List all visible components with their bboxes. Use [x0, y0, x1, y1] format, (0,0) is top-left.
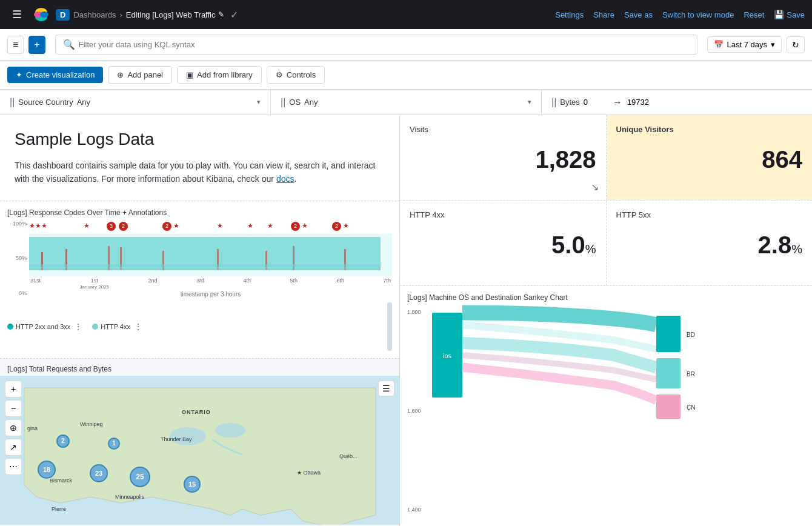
- search-icon: 🔍: [63, 39, 75, 50]
- legend-label-4xx: HTTP 4xx: [101, 323, 130, 330]
- dashboards-link[interactable]: Dashboards: [73, 10, 116, 19]
- top-nav: ☰ D Dashboards › Editing [Logs] Web Traf…: [0, 0, 812, 29]
- crosshair-button[interactable]: ⊕: [5, 419, 22, 436]
- visualization-icon: ✦: [16, 70, 22, 79]
- source-country-filter[interactable]: || Source Country Any ▾: [0, 90, 271, 115]
- time-range-button[interactable]: 📅 Last 7 days ▾: [707, 36, 782, 53]
- create-visualization-button[interactable]: ✦ Create visualization: [7, 67, 103, 83]
- add-panel-icon: ⊕: [117, 70, 124, 79]
- share-button[interactable]: Share: [593, 10, 614, 19]
- bytes-label: Bytes: [560, 98, 580, 107]
- map-label-minneapolis: Minneapolis: [115, 494, 144, 500]
- http5xx-title: HTTP 5xx: [616, 210, 803, 219]
- main-content: Sample Logs Data This dashboard contains…: [0, 115, 812, 526]
- annotation-star-3: ★: [173, 222, 179, 230]
- svg-text:ios: ios: [443, 352, 452, 359]
- bytes-filter[interactable]: || Bytes →: [542, 90, 812, 115]
- chevron-down-icon: ▾: [771, 40, 775, 49]
- filter-pipe-icon-3: ||: [551, 97, 556, 108]
- map-label-gina: gina: [27, 425, 38, 431]
- legend-more-2xx[interactable]: ⋮: [74, 322, 82, 331]
- legend-http4xx: HTTP 4xx ⋮: [92, 322, 142, 331]
- legend-dot-2xx: [7, 324, 13, 330]
- bytes-min-input[interactable]: [584, 98, 608, 107]
- http4xx-value: 5.0%: [410, 231, 596, 259]
- svg-rect-26: [656, 394, 681, 419]
- map-card: [Logs] Total Requests and Bytes + −: [0, 359, 399, 526]
- os-value: Any: [304, 98, 318, 107]
- toolbar: ≡ + 🔍 📅 Last 7 days ▾ ↻: [0, 29, 812, 61]
- controls-button[interactable]: ⚙ Controls: [267, 66, 325, 84]
- map-label-winnipeg: Winnipeg: [80, 421, 103, 427]
- link-button[interactable]: ↗: [5, 439, 22, 456]
- x-label-5th: 5th: [290, 278, 298, 290]
- docs-link[interactable]: docs: [276, 174, 295, 184]
- map-label-quebec: Québ...: [339, 453, 358, 459]
- chevron-down-icon: ▾: [257, 98, 261, 106]
- sidebar-toggle-button[interactable]: ≡: [7, 36, 24, 54]
- edit-icon[interactable]: ✎: [218, 10, 224, 19]
- add-panel-button[interactable]: ⊕ Add panel: [108, 66, 172, 84]
- sankey-y-axis: 1,800 1,600 1,400: [407, 307, 421, 515]
- elastic-logo: [32, 5, 51, 24]
- settings-button[interactable]: Settings: [555, 10, 584, 19]
- x-label-6th: 6th: [336, 278, 344, 290]
- map-label-pierre: Pierre: [52, 506, 66, 512]
- zoom-out-button[interactable]: −: [5, 400, 22, 417]
- annotation-star-2: ★: [84, 222, 90, 230]
- http5xx-card: HTTP 5xx 2.8%: [607, 201, 813, 285]
- confirm-icon[interactable]: ✓: [230, 9, 238, 21]
- x-label-4th: 4th: [243, 278, 251, 290]
- filter-pipe-icon: ||: [10, 97, 15, 108]
- save-icon: 💾: [774, 10, 784, 19]
- unique-visitors-title: Unique Visitors: [616, 125, 803, 134]
- d-badge: D: [56, 9, 70, 21]
- chart-scrollbar[interactable]: [387, 302, 392, 351]
- sankey-svg: ios BD BR: [426, 307, 805, 515]
- annotation-star-6: ★: [267, 222, 273, 230]
- source-country-label: Source Country: [18, 98, 73, 107]
- switch-mode-button[interactable]: Switch to view mode: [662, 10, 734, 19]
- annotation-dot-2c: 2: [291, 222, 300, 231]
- save-button[interactable]: 💾 Save: [774, 10, 805, 19]
- refresh-button[interactable]: ↻: [787, 36, 805, 53]
- os-filter[interactable]: || OS Any ▾: [271, 90, 542, 115]
- os-label: OS: [289, 98, 301, 107]
- annotation-star-1: ★★★: [29, 222, 47, 230]
- sample-description: This dashboard contains sample data for …: [15, 159, 385, 186]
- reset-button[interactable]: Reset: [744, 10, 764, 19]
- map-cluster-25[interactable]: 25: [130, 467, 150, 487]
- x-label-3rd: 3rd: [196, 278, 204, 290]
- annotation-star-8: ★: [343, 222, 349, 230]
- kql-input[interactable]: [79, 40, 690, 49]
- y-label-0: 0%: [19, 290, 27, 296]
- zoom-in-button[interactable]: +: [5, 381, 22, 398]
- response-codes-chart: [Logs] Response Codes Over Time + Annota…: [0, 201, 399, 359]
- add-filter-button[interactable]: +: [28, 36, 45, 54]
- kql-search-bar[interactable]: 🔍: [55, 35, 697, 55]
- sample-data-card: Sample Logs Data This dashboard contains…: [0, 115, 399, 201]
- http4xx-title: HTTP 4xx: [410, 210, 596, 219]
- map-cluster-1[interactable]: 1: [108, 438, 120, 450]
- left-panel: Sample Logs Data This dashboard contains…: [0, 115, 400, 526]
- map-cluster-15[interactable]: 15: [184, 476, 201, 493]
- hamburger-button[interactable]: ☰: [7, 5, 27, 24]
- save-as-button[interactable]: Save as: [624, 10, 653, 19]
- map-title: [Logs] Total Requests and Bytes: [0, 359, 399, 376]
- sample-title: Sample Logs Data: [15, 130, 385, 149]
- map-cluster-23[interactable]: 23: [90, 464, 108, 482]
- y-label-50: 50%: [16, 255, 27, 261]
- nav-actions: Settings Share Save as Switch to view mo…: [555, 10, 805, 19]
- editing-label: Editing [Logs] Web Traffic ✎: [126, 10, 224, 19]
- chart-legend: HTTP 2xx and 3xx ⋮ HTTP 4xx ⋮: [7, 302, 392, 351]
- annotation-dot-2b: 2: [162, 222, 171, 231]
- map-legend-button[interactable]: ☰: [378, 381, 394, 396]
- bytes-max-input[interactable]: [627, 98, 664, 107]
- map-cluster-18[interactable]: 18: [38, 461, 56, 479]
- legend-more-4xx[interactable]: ⋮: [134, 322, 142, 331]
- bytes-arrow-icon: →: [613, 97, 622, 108]
- map-cluster-2[interactable]: 2: [56, 434, 70, 448]
- svg-text:BD: BD: [687, 331, 695, 338]
- add-library-button[interactable]: ▣ Add from library: [177, 66, 262, 84]
- settings-map-button[interactable]: ⋯: [5, 458, 22, 475]
